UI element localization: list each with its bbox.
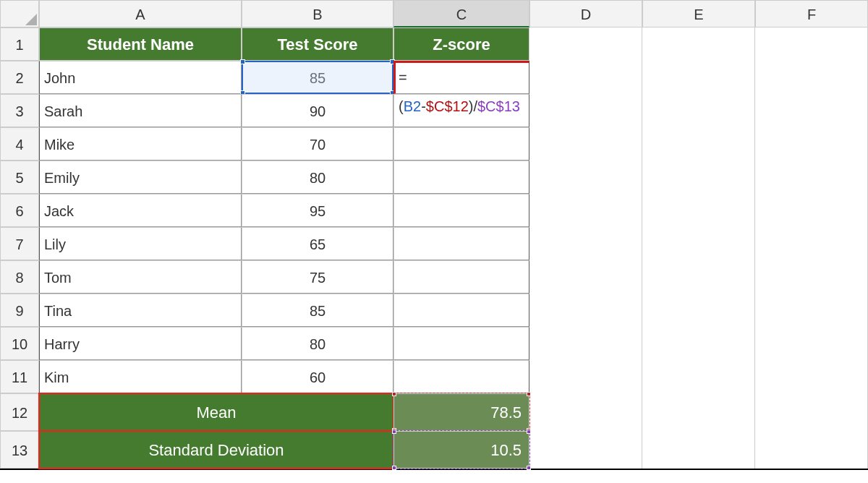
cell-C4[interactable] [393, 127, 529, 161]
cell-C7[interactable] [393, 227, 529, 260]
cell-F9[interactable] [755, 294, 868, 327]
cell-E2[interactable] [642, 61, 755, 94]
cell-D12[interactable] [529, 393, 642, 431]
cell-E9[interactable] [642, 294, 755, 327]
row-header-13[interactable]: 13 [0, 431, 39, 469]
row-header-12[interactable]: 12 [0, 393, 39, 431]
cell-E3[interactable] [642, 94, 755, 127]
cell-B4[interactable]: 70 [242, 127, 393, 161]
cell-A7[interactable]: Lily [39, 227, 242, 260]
cell-C11[interactable] [393, 360, 529, 393]
cell-A2[interactable]: John [39, 61, 242, 94]
col-header-C[interactable]: C [393, 0, 529, 27]
cell-D2[interactable] [529, 61, 642, 94]
row-header-5[interactable]: 5 [0, 161, 39, 194]
cell-A11[interactable]: Kim [39, 360, 242, 393]
cell-D3[interactable] [529, 94, 642, 127]
cell-C10[interactable] [393, 327, 529, 360]
row-header-3[interactable]: 3 [0, 94, 39, 127]
cell-B2-value: 85 [310, 70, 326, 86]
spreadsheet[interactable]: A B C D E F 1 Student Name Test Score Z-… [0, 0, 868, 470]
cell-D11[interactable] [529, 360, 642, 393]
cell-E13[interactable] [642, 431, 755, 469]
select-all-corner[interactable] [0, 0, 39, 27]
cell-F10[interactable] [755, 327, 868, 360]
row-header-11[interactable]: 11 [0, 360, 39, 393]
cell-E8[interactable] [642, 260, 755, 294]
header-student-name[interactable]: Student Name [39, 27, 242, 61]
std-value-text: 10.5 [490, 441, 522, 459]
cell-E12[interactable] [642, 393, 755, 431]
cell-D5[interactable] [529, 161, 642, 194]
cell-F2[interactable] [755, 61, 868, 94]
cell-C3[interactable] [393, 94, 529, 127]
mean-value[interactable]: 78.5 [393, 393, 529, 431]
cell-E11[interactable] [642, 360, 755, 393]
col-header-D[interactable]: D [529, 0, 642, 27]
header-z-score[interactable]: Z-score [393, 27, 529, 61]
cell-F5[interactable] [755, 161, 868, 194]
cell-D9[interactable] [529, 294, 642, 327]
cell-F4[interactable] [755, 127, 868, 161]
cell-E7[interactable] [642, 227, 755, 260]
mean-value-text: 78.5 [490, 403, 522, 422]
cell-E10[interactable] [642, 327, 755, 360]
cell-A8[interactable]: Tom [39, 260, 242, 294]
cell-D1[interactable] [529, 27, 642, 61]
cell-A4[interactable]: Mike [39, 127, 242, 161]
col-header-E[interactable]: E [642, 0, 755, 27]
row-header-6[interactable]: 6 [0, 194, 39, 227]
row-header-8[interactable]: 8 [0, 260, 39, 294]
cell-E1[interactable] [642, 27, 755, 61]
row-header-4[interactable]: 4 [0, 127, 39, 161]
cell-F7[interactable] [755, 227, 868, 260]
cell-A6[interactable]: Jack [39, 194, 242, 227]
cell-F3[interactable] [755, 94, 868, 127]
mean-label[interactable]: Mean [39, 393, 393, 431]
header-test-score[interactable]: Test Score [242, 27, 393, 61]
row-header-2[interactable]: 2 [0, 61, 39, 94]
col-header-F[interactable]: F [755, 0, 868, 27]
cell-F13[interactable] [755, 431, 868, 469]
col-header-B[interactable]: B [242, 0, 393, 27]
cell-F11[interactable] [755, 360, 868, 393]
row-header-10[interactable]: 10 [0, 327, 39, 360]
cell-B7[interactable]: 65 [242, 227, 393, 260]
cell-C8[interactable] [393, 260, 529, 294]
cell-C2-editing[interactable]: =(B2-$C$12)/$C$13 [393, 61, 529, 94]
std-value[interactable]: 10.5 [393, 431, 529, 469]
cell-A5[interactable]: Emily [39, 161, 242, 194]
cell-E6[interactable] [642, 194, 755, 227]
cell-B3[interactable]: 90 [242, 94, 393, 127]
row-header-7[interactable]: 7 [0, 227, 39, 260]
cell-F12[interactable] [755, 393, 868, 431]
row-header-1[interactable]: 1 [0, 27, 39, 61]
cell-C9[interactable] [393, 294, 529, 327]
cell-F8[interactable] [755, 260, 868, 294]
cell-B2[interactable]: 85 [242, 61, 393, 94]
row-header-9[interactable]: 9 [0, 294, 39, 327]
cell-B8[interactable]: 75 [242, 260, 393, 294]
cell-D4[interactable] [529, 127, 642, 161]
col-header-A[interactable]: A [39, 0, 242, 27]
std-label[interactable]: Standard Deviation [39, 431, 393, 469]
cell-E5[interactable] [642, 161, 755, 194]
cell-C6[interactable] [393, 194, 529, 227]
cell-B6[interactable]: 95 [242, 194, 393, 227]
cell-B11[interactable]: 60 [242, 360, 393, 393]
cell-D8[interactable] [529, 260, 642, 294]
cell-C5[interactable] [393, 161, 529, 194]
cell-A9[interactable]: Tina [39, 294, 242, 327]
cell-B5[interactable]: 80 [242, 161, 393, 194]
cell-D7[interactable] [529, 227, 642, 260]
cell-D13[interactable] [529, 431, 642, 469]
cell-D10[interactable] [529, 327, 642, 360]
cell-F1[interactable] [755, 27, 868, 61]
cell-A10[interactable]: Harry [39, 327, 242, 360]
cell-B9[interactable]: 85 [242, 294, 393, 327]
cell-A3[interactable]: Sarah [39, 94, 242, 127]
cell-E4[interactable] [642, 127, 755, 161]
cell-B10[interactable]: 80 [242, 327, 393, 360]
cell-F6[interactable] [755, 194, 868, 227]
cell-D6[interactable] [529, 194, 642, 227]
